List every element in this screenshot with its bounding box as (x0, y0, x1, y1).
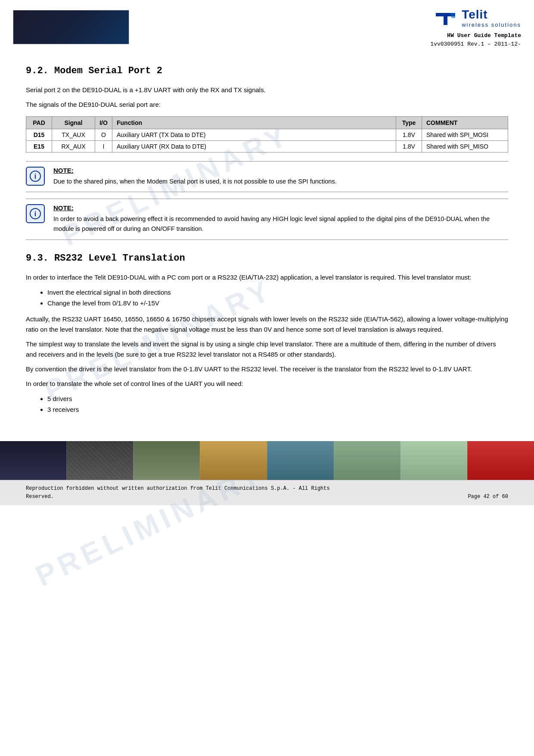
info-icon-1: i (29, 170, 41, 182)
footer-line-1: Reproduction forbidden without written a… (26, 485, 508, 493)
table-cell: Auxiliary UART (TX Data to DTE) (112, 129, 396, 141)
table-row: D15TX_AUXOAuxiliary UART (TX Data to DTE… (26, 129, 508, 141)
doc-ref: 1vv0300951 Rev.1 – 2011-12- (430, 40, 521, 49)
table-header-io: I/O (95, 117, 112, 129)
note-2-content: NOTE: In order to avoid a back powering … (53, 204, 508, 234)
signal-table: PAD Signal I/O Function Type COMMENT D15… (26, 116, 508, 152)
section-9-3-para4: By convention the driver is the level tr… (26, 364, 508, 374)
section-9-2-intro1: Serial port 2 on the DE910-DUAL is a +1.… (26, 85, 508, 95)
table-cell: 1.8V (396, 141, 422, 152)
list-item: Change the level from 0/1.8V to +/-15V (47, 298, 508, 309)
section-9-2-intro2: The signals of the DE910-DUAL serial por… (26, 100, 508, 110)
table-cell: Shared with SPI_MOSI (422, 129, 508, 141)
header-left-image (13, 8, 134, 47)
footer-line-2: Reserved. Page 42 of 60 (26, 493, 508, 501)
brand-sub: wireless solutions (462, 22, 521, 28)
doc-info: HW User Guide Template 1vv0300951 Rev.1 … (430, 31, 521, 48)
list-item: Invert the electrical signal in both dir… (47, 287, 508, 298)
table-header-pad: PAD (26, 117, 52, 129)
main-content: 9.2. Modem Serial Port 2 Serial port 2 o… (0, 53, 534, 428)
bullets-list-1: Invert the electrical signal in both dir… (26, 287, 508, 309)
note-1-title: NOTE: (53, 167, 508, 174)
section-9-3-para2: Actually, the RS232 UART 16450, 16550, 1… (26, 314, 508, 335)
telit-logo-text: Telit wireless solutions (462, 8, 521, 28)
note-icon-2: i (26, 204, 45, 223)
table-cell: O (95, 129, 112, 141)
section-9-3-para5: In order to translate the whole set of c… (26, 379, 508, 389)
svg-text:i: i (34, 210, 36, 218)
table-cell: I (95, 141, 112, 152)
footer-image-strip (0, 441, 534, 480)
table-header-signal: Signal (52, 117, 95, 129)
telit-logo-svg (434, 9, 457, 27)
table-cell: D15 (26, 129, 52, 141)
note-1-text: Due to the shared pins, when the Modem S… (53, 177, 508, 187)
brand-name: Telit (462, 8, 487, 22)
list-item: 5 drivers (47, 393, 508, 404)
footer-text: Reproduction forbidden without written a… (0, 480, 534, 505)
list-item: 3 receivers (47, 404, 508, 415)
table-header-function: Function (112, 117, 396, 129)
footer-page: Page 42 of 60 (468, 493, 508, 501)
note-icon-1: i (26, 167, 45, 186)
header-banner-image (13, 10, 129, 44)
section-9-3-para1: In order to interface the Telit DE910-DU… (26, 272, 508, 283)
table-cell: TX_AUX (52, 129, 95, 141)
section-9-2-heading: 9.2. Modem Serial Port 2 (26, 65, 508, 76)
note-1-content: NOTE: Due to the shared pins, when the M… (53, 167, 508, 187)
section-9-3: 9.3. RS232 Level Translation In order to… (26, 253, 508, 415)
footer-overlay (0, 441, 534, 480)
table-cell: 1.8V (396, 129, 422, 141)
info-icon-2: i (29, 208, 41, 220)
table-header-comment: COMMENT (422, 117, 508, 129)
bullets-list-2: 5 drivers3 receivers (26, 393, 508, 415)
svg-text:i: i (34, 173, 36, 180)
note-box-1: i NOTE: Due to the shared pins, when the… (26, 161, 508, 192)
page-header: Telit wireless solutions HW User Guide T… (0, 0, 534, 53)
section-9-3-heading: 9.3. RS232 Level Translation (26, 253, 508, 264)
footer-images (0, 441, 534, 480)
table-cell: Auxiliary UART (RX Data to DTE) (112, 141, 396, 152)
header-right-info: Telit wireless solutions HW User Guide T… (430, 8, 521, 48)
table-cell: RX_AUX (52, 141, 95, 152)
table-cell: E15 (26, 141, 52, 152)
doc-title: HW User Guide Template (430, 31, 521, 40)
note-2-title: NOTE: (53, 204, 508, 212)
note-box-2: i NOTE: In order to avoid a back powerin… (26, 199, 508, 240)
section-9-2: 9.2. Modem Serial Port 2 Serial port 2 o… (26, 65, 508, 240)
footer-reserved: Reserved. (26, 493, 54, 501)
note-2-text: In order to avoid a back powering effect… (53, 214, 508, 234)
table-header-type: Type (396, 117, 422, 129)
telit-logo: Telit wireless solutions (434, 8, 521, 28)
section-9-3-para3: The simplest way to translate the levels… (26, 339, 508, 360)
table-row: E15RX_AUXIAuxiliary UART (RX Data to DTE… (26, 141, 508, 152)
table-cell: Shared with SPI_MISO (422, 141, 508, 152)
